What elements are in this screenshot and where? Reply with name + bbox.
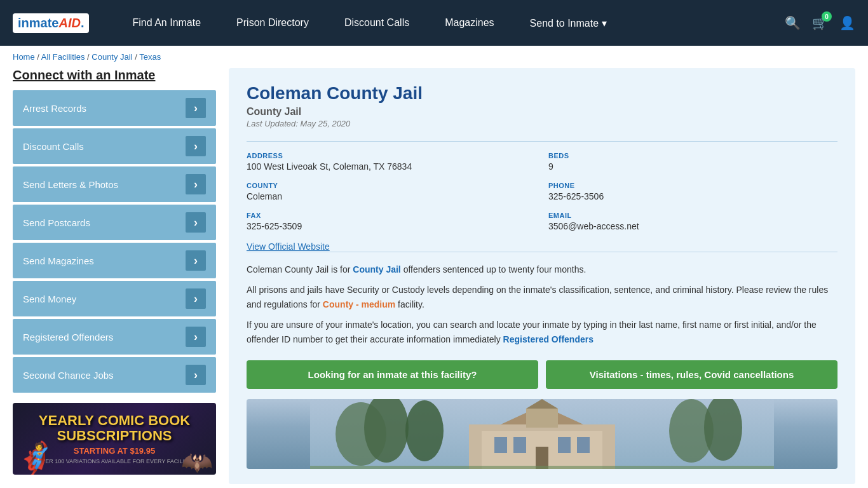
cart-badge: 0 [822, 11, 832, 22]
fax-block: FAX 325-625-3509 [247, 212, 536, 231]
ad-title: YEARLY COMIC BOOKSUBSCRIPTIONS [39, 413, 190, 444]
svg-rect-13 [558, 437, 571, 453]
breadcrumb-separator: / [133, 52, 140, 62]
svg-rect-16 [310, 466, 774, 469]
county-medium-link[interactable]: County - medium [323, 299, 395, 309]
breadcrumb-item-1[interactable]: All Facilities [41, 52, 85, 62]
ad-hero-left: 🦸 [16, 443, 55, 475]
county-jail-link[interactable]: County Jail [353, 264, 400, 274]
phone-label: PHONE [548, 182, 837, 189]
sidebar-item-2[interactable]: Send Letters & Photos› [13, 166, 216, 202]
logo-inmate: inmate [18, 16, 58, 30]
sidebar-item-label-1: Discount Calls [23, 141, 84, 152]
ad-price: STARTING AT $19.95 [74, 446, 155, 456]
phone-value: 325-625-3506 [548, 191, 837, 201]
sidebar-item-label-2: Send Letters & Photos [23, 179, 118, 190]
svg-rect-12 [513, 437, 526, 453]
facility-details: ADDRESS 100 West Liveoak St, Coleman, TX… [247, 141, 837, 231]
svg-rect-14 [577, 437, 590, 453]
email-block: EMAIL 3506@web-access.net [548, 212, 837, 231]
sidebar-arrow-1: › [186, 136, 206, 156]
breadcrumb-item-3[interactable]: Texas [139, 52, 161, 62]
facility-description: Coleman County Jail is for County Jail o… [247, 252, 837, 360]
sidebar-item-label-4: Send Magazines [23, 255, 94, 266]
sidebar-arrow-5: › [186, 288, 206, 309]
main-layout: Connect with an Inmate Arrest Records›Di… [0, 68, 868, 488]
navbar: inmateAID. Find An InmatePrison Director… [0, 0, 868, 46]
sidebar-arrow-0: › [186, 98, 206, 118]
nav-link-find-an-inmate[interactable]: Find An Inmate [114, 17, 219, 28]
logo-dot: . [81, 16, 85, 30]
facility-card: Coleman County Jail County Jail Last Upd… [229, 68, 855, 484]
desc1-rest: offenders sentenced up to twenty four mo… [401, 264, 587, 274]
content-area: Coleman County Jail County Jail Last Upd… [229, 68, 855, 484]
facility-name: Coleman County Jail [247, 83, 837, 104]
sidebar-item-0[interactable]: Arrest Records› [13, 90, 216, 126]
nav-icons: 🔍 🛒 0 👤 [785, 15, 855, 30]
logo-aid: AID [58, 16, 80, 30]
sidebar-arrow-3: › [186, 212, 206, 233]
ad-desc: OVER 100 VARIATIONS AVAILABLE FOR EVERY … [37, 458, 192, 464]
sidebar-item-5[interactable]: Send Money› [13, 281, 216, 316]
registered-offenders-link[interactable]: Registered Offenders [503, 334, 593, 344]
fax-label: FAX [247, 212, 536, 219]
desc1-text: Coleman County Jail is for [247, 264, 353, 274]
find-inmate-button[interactable]: Looking for an inmate at this facility? [247, 360, 538, 389]
facility-type: County Jail [247, 106, 837, 118]
phone-block: PHONE 325-625-3506 [548, 182, 837, 201]
svg-point-3 [405, 400, 444, 461]
breadcrumb-item-0[interactable]: Home [13, 52, 35, 62]
beds-value: 9 [548, 161, 837, 172]
county-label: COUNTY [247, 182, 536, 189]
fax-value: 325-625-3509 [247, 221, 536, 231]
sidebar-menu: Arrest Records›Discount Calls›Send Lette… [13, 90, 216, 393]
ad-hero-right: 🦇 [181, 449, 213, 475]
cart-icon[interactable]: 🛒 0 [812, 15, 828, 30]
nav-link-send-to-inmate-[interactable]: Send to Inmate ▾ [512, 18, 625, 29]
desc-p1: Coleman County Jail is for County Jail o… [247, 262, 837, 276]
desc-p3: If you are unsure of your inmate's locat… [247, 318, 837, 346]
address-value: 100 West Liveoak St, Coleman, TX 76834 [247, 161, 536, 172]
sidebar-title: Connect with an Inmate [13, 68, 216, 83]
county-block: COUNTY Coleman [247, 182, 536, 201]
action-buttons: Looking for an inmate at this facility? … [247, 360, 837, 389]
nav-link-prison-directory[interactable]: Prison Directory [219, 17, 327, 28]
facility-building-svg [247, 399, 837, 469]
beds-block: BEDS 9 [548, 152, 837, 172]
address-block: ADDRESS 100 West Liveoak St, Coleman, TX… [247, 152, 536, 172]
sidebar-arrow-2: › [186, 174, 206, 194]
svg-rect-11 [494, 437, 507, 453]
sidebar-item-label-5: Send Money [23, 294, 76, 304]
official-link-block: View Official Website [247, 241, 837, 252]
svg-rect-9 [526, 409, 558, 428]
sidebar-item-label-3: Send Postcards [23, 217, 90, 228]
official-website-link[interactable]: View Official Website [247, 241, 330, 252]
sidebar-item-6[interactable]: Registered Offenders› [13, 319, 216, 355]
search-icon[interactable]: 🔍 [785, 15, 801, 30]
sidebar-item-label-0: Arrest Records [23, 103, 86, 114]
breadcrumb-item-2[interactable]: County Jail [92, 52, 132, 62]
nav-link-magazines[interactable]: Magazines [427, 17, 512, 28]
sidebar-item-label-6: Registered Offenders [23, 332, 113, 342]
desc2-rest: facility. [395, 299, 424, 309]
logo[interactable]: inmateAID. [13, 13, 89, 33]
desc-p2: All prisons and jails have Security or C… [247, 283, 837, 311]
sidebar-item-4[interactable]: Send Magazines› [13, 243, 216, 278]
facility-updated: Last Updated: May 25, 2020 [247, 119, 837, 128]
sidebar-item-1[interactable]: Discount Calls› [13, 128, 216, 164]
sidebar-arrow-7: › [186, 365, 206, 385]
visitations-button[interactable]: Visitations - times, rules, Covid cancel… [546, 360, 837, 389]
sidebar-arrow-6: › [186, 327, 206, 347]
email-value: 3506@web-access.net [548, 221, 837, 231]
sidebar-item-7[interactable]: Second Chance Jobs› [13, 357, 216, 393]
sidebar-arrow-4: › [186, 250, 206, 271]
user-icon[interactable]: 👤 [839, 15, 855, 30]
breadcrumb: Home / All Facilities / County Jail / Te… [0, 46, 868, 68]
ad-banner[interactable]: 🦸 YEARLY COMIC BOOKSUBSCRIPTIONS STARTIN… [13, 403, 216, 475]
breadcrumb-separator: / [35, 52, 41, 62]
county-value: Coleman [247, 191, 536, 201]
sidebar-item-label-7: Second Chance Jobs [23, 370, 114, 381]
address-label: ADDRESS [247, 152, 536, 159]
sidebar-item-3[interactable]: Send Postcards› [13, 205, 216, 240]
nav-link-discount-calls[interactable]: Discount Calls [327, 17, 427, 28]
